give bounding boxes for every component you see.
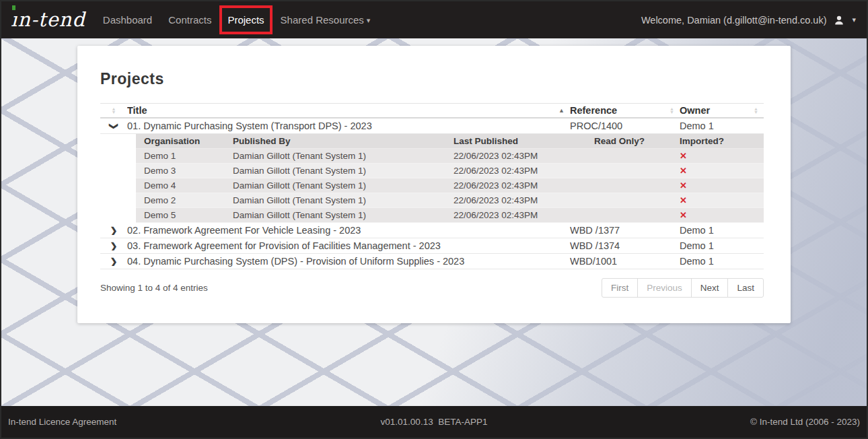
sort-ascending-icon: ▲ [558, 107, 565, 114]
nav-label-projects: Projects [227, 14, 264, 26]
version-text: v01.01.00.13 BETA-APP1 [292, 417, 576, 427]
header-owner-label: Owner [680, 105, 710, 116]
table-row[interactable]: ❯ 03. Framework Agreement for Provision … [100, 238, 764, 254]
published-by-value: Damian Gillott (Tenant System 1) [233, 210, 454, 220]
last-published-value: 22/06/2023 02:43PM [454, 210, 592, 220]
entries-summary: Showing 1 to 4 of 4 entries [100, 283, 208, 293]
project-title: 02. Framework Agreement For Vehicle Leas… [127, 225, 570, 236]
project-title: 03. Framework Agreement for Provision of… [127, 240, 570, 251]
organisation-value: Demo 3 [136, 166, 233, 176]
pagination-next-button[interactable]: Next [691, 278, 729, 298]
subheader-published-by: Published By [233, 136, 454, 146]
not-imported-icon: ✕ [645, 151, 764, 161]
publish-details-subtable: Organisation Published By Last Published… [136, 134, 764, 223]
organisation-value: Demo 2 [136, 195, 233, 205]
sort-unsorted-icon: ▲▼ [670, 107, 674, 114]
published-by-value: Damian Gillott (Tenant System 1) [233, 151, 454, 161]
sort-unsorted-icon: ▲▼ [754, 107, 758, 114]
published-by-value: Damian Gillott (Tenant System 1) [233, 166, 454, 176]
project-title: 01. Dynamic Purchasing System (Transport… [127, 121, 570, 131]
nav-item-projects[interactable]: Projects [227, 10, 264, 30]
nav-menu: Dashboard Contracts Projects Shared Reso… [103, 10, 371, 30]
intend-logo[interactable]: ın-tend [11, 10, 85, 30]
pagination-previous-button[interactable]: Previous [637, 278, 692, 298]
pagination-last-button[interactable]: Last [727, 278, 764, 298]
published-by-value: Damian Gillott (Tenant System 1) [233, 180, 454, 191]
published-by-value: Damian Gillott (Tenant System 1) [233, 195, 454, 205]
project-reference: WBD /1374 [570, 240, 680, 251]
table-row[interactable]: ❯ 01. Dynamic Purchasing System (Transpo… [100, 119, 764, 134]
last-published-value: 22/06/2023 02:43PM [454, 166, 592, 176]
project-reference: WBD/1001 [570, 256, 680, 267]
project-reference: PROC/1400 [570, 121, 680, 131]
subtable-row: Demo 2 Damian Gillott (Tenant System 1) … [136, 193, 764, 208]
project-owner: Demo 1 [680, 240, 764, 251]
not-imported-icon: ✕ [645, 195, 764, 205]
sort-unsorted-icon: ▲▼ [112, 107, 116, 114]
nav-label-contracts: Contracts [168, 14, 211, 26]
projects-card: Projects ▲▼ Title ▲ Reference ▲▼ [77, 46, 791, 323]
organisation-value: Demo 4 [136, 180, 233, 191]
table-footer: Showing 1 to 4 of 4 entries First Previo… [100, 278, 764, 298]
header-control-column[interactable]: ▲▼ [100, 107, 127, 114]
subtable-row: Demo 5 Damian Gillott (Tenant System 1) … [136, 208, 764, 223]
project-owner: Demo 1 [680, 225, 764, 236]
subtable-header-row: Organisation Published By Last Published… [136, 134, 764, 149]
project-title: 04. Dynamic Purchasing System (DPS) - Pr… [127, 256, 570, 267]
header-reference[interactable]: Reference ▲▼ [570, 105, 680, 116]
last-published-value: 22/06/2023 02:43PM [454, 195, 592, 205]
header-title[interactable]: Title ▲ [127, 105, 570, 116]
subtable-row: Demo 1 Damian Gillott (Tenant System 1) … [136, 149, 764, 164]
organisation-value: Demo 5 [136, 210, 233, 220]
chevron-right-icon[interactable]: ❯ [110, 257, 118, 266]
organisation-value: Demo 1 [136, 151, 233, 161]
subheader-imported: Imported? [645, 136, 764, 146]
chevron-right-icon[interactable]: ❯ [110, 226, 118, 235]
page-background: Projects ▲▼ Title ▲ Reference ▲▼ [1, 38, 867, 406]
table-header-row: ▲▼ Title ▲ Reference ▲▼ Owner ▲▼ [100, 103, 764, 119]
nav-label-shared-resources: Shared Resources [281, 14, 364, 26]
nav-item-dashboard[interactable]: Dashboard [103, 10, 152, 30]
header-owner[interactable]: Owner ▲▼ [680, 105, 764, 116]
subheader-organisation: Organisation [136, 136, 233, 146]
subtable-row: Demo 4 Damian Gillott (Tenant System 1) … [136, 178, 764, 193]
nav-item-contracts[interactable]: Contracts [168, 10, 211, 30]
licence-agreement-link[interactable]: In-tend Licence Agreement [8, 417, 292, 427]
pagination: First Previous Next Last [602, 278, 764, 298]
table-row[interactable]: ❯ 02. Framework Agreement For Vehicle Le… [100, 223, 764, 238]
welcome-text: Welcome, Damian (d.gillott@in-tend.co.uk… [641, 15, 827, 26]
footer: In-tend Licence Agreement v01.01.00.13 B… [1, 406, 867, 438]
chevron-down-icon[interactable]: ❯ [110, 123, 118, 130]
projects-table: ▲▼ Title ▲ Reference ▲▼ Owner ▲▼ [100, 103, 764, 269]
logo-green-dot-icon [12, 5, 15, 10]
chevron-down-icon[interactable]: ▾ [852, 15, 856, 24]
not-imported-icon: ✕ [645, 180, 764, 191]
header-title-label: Title [127, 105, 147, 116]
chevron-down-icon: ▾ [367, 16, 371, 25]
pagination-first-button[interactable]: First [602, 278, 638, 298]
nav-label-dashboard: Dashboard [103, 14, 152, 26]
page-title: Projects [100, 70, 764, 88]
project-owner: Demo 1 [680, 256, 764, 267]
nav-item-shared-resources[interactable]: Shared Resources▾ [281, 10, 371, 30]
not-imported-icon: ✕ [645, 166, 764, 176]
user-icon[interactable] [833, 14, 845, 26]
account-area[interactable]: Welcome, Damian (d.gillott@in-tend.co.uk… [641, 14, 856, 26]
last-published-value: 22/06/2023 02:43PM [454, 151, 592, 161]
navbar: ın-tend Dashboard Contracts Projects Sha… [1, 1, 867, 38]
chevron-right-icon[interactable]: ❯ [110, 242, 118, 250]
subtable-row: Demo 3 Damian Gillott (Tenant System 1) … [136, 164, 764, 178]
project-reference: WBD /1377 [570, 225, 680, 236]
not-imported-icon: ✕ [645, 210, 764, 220]
subheader-last-published: Last Published [454, 136, 592, 146]
subheader-read-only: Read Only? [592, 136, 645, 146]
table-row[interactable]: ❯ 04. Dynamic Purchasing System (DPS) - … [100, 254, 764, 269]
header-reference-label: Reference [570, 105, 617, 116]
last-published-value: 22/06/2023 02:43PM [454, 180, 592, 191]
project-owner: Demo 1 [680, 121, 764, 131]
logo-text: n-tend [17, 8, 85, 31]
logo-i-letter: ı [11, 8, 17, 31]
app-window: ın-tend Dashboard Contracts Projects Sha… [0, 0, 868, 439]
copyright-text: © In-tend Ltd (2006 - 2023) [576, 417, 860, 427]
